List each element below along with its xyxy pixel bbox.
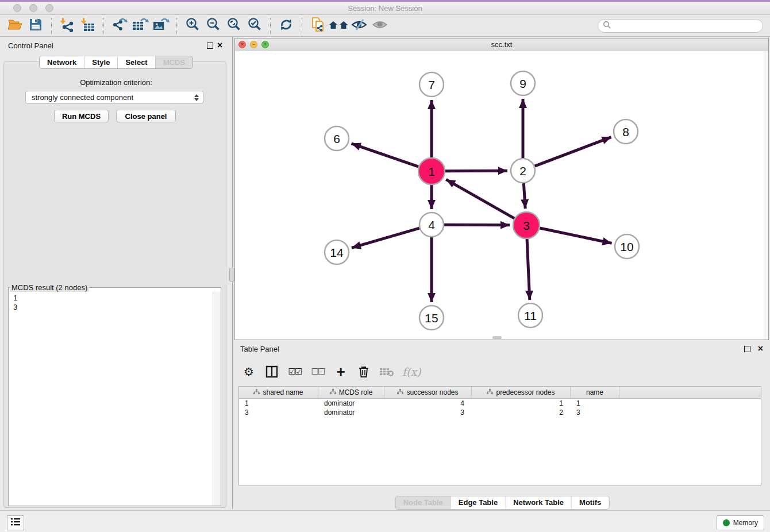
add-column-icon[interactable]: + [333, 364, 348, 379]
node-table[interactable]: shared nameMCDS rolesuccessor nodesprede… [238, 386, 761, 485]
graph-node-10[interactable]: 10 [615, 234, 639, 259]
close-panel-button[interactable]: Close panel [116, 110, 176, 122]
graph-node-7[interactable]: 7 [419, 72, 444, 97]
open-session-button[interactable] [5, 17, 25, 35]
float-panel-icon[interactable] [207, 43, 213, 49]
graph-edge-1-6[interactable] [352, 144, 419, 167]
first-neighbors-button[interactable] [328, 17, 349, 35]
export-image-button[interactable] [151, 17, 171, 35]
zoom-in-button[interactable] [182, 17, 203, 35]
memory-button[interactable]: Memory [717, 515, 764, 530]
graph-edge-3-10[interactable] [540, 228, 611, 243]
cell-successor-nodes[interactable]: 3 [384, 408, 472, 417]
trash-icon[interactable] [356, 364, 371, 379]
run-mcds-button[interactable]: Run MCDS [54, 110, 109, 122]
tab-mcds[interactable]: MCDS [155, 56, 192, 68]
graph-node-8[interactable]: 8 [614, 119, 638, 144]
graph-edge-4-3[interactable] [444, 225, 510, 225]
canvas-scroll-nub[interactable] [492, 336, 502, 339]
graph-node-6[interactable]: 6 [325, 126, 349, 151]
close-panel-icon[interactable]: × [217, 41, 222, 49]
export-network-button[interactable] [109, 17, 130, 35]
tab-network-table[interactable]: Network Table [505, 496, 571, 509]
cell-mcds-role[interactable]: dominator [318, 399, 384, 408]
column-header-name[interactable]: name [571, 387, 619, 398]
export-table-icon [132, 17, 149, 34]
graph-node-1[interactable]: 1 [418, 158, 445, 184]
tab-network[interactable]: Network [40, 56, 84, 68]
toolbar-separator [176, 18, 177, 34]
graph-node-2[interactable]: 2 [511, 159, 535, 183]
graph-node-3[interactable]: 3 [513, 212, 540, 238]
graph-node-11[interactable]: 11 [518, 303, 542, 327]
select-checks-icon[interactable]: ☑☑ [287, 364, 302, 379]
column-header-label: predecessor nodes [496, 388, 555, 396]
close-table-panel-icon[interactable]: × [758, 345, 763, 353]
panel-splitter-handle[interactable] [229, 268, 234, 282]
import-table-icon [80, 17, 95, 34]
duplicate-network-button[interactable] [307, 17, 328, 35]
network-canvas[interactable]: 1234678910111415 [235, 51, 768, 340]
search-input[interactable] [614, 21, 758, 31]
search-field[interactable] [598, 19, 763, 33]
zoom-fit-button[interactable] [224, 17, 244, 35]
table-header-row: shared nameMCDS rolesuccessor nodesprede… [239, 387, 761, 399]
graph-edge-1-2[interactable] [445, 171, 507, 171]
column-header-predecessor-nodes[interactable]: predecessor nodes [472, 387, 571, 398]
network-window-titlebar[interactable]: × − + scc.txt [235, 38, 768, 52]
tab-select[interactable]: Select [117, 56, 155, 68]
float-table-panel-icon[interactable] [744, 346, 750, 352]
refresh-button[interactable] [276, 17, 297, 35]
column-header-successor-nodes[interactable]: successor nodes [384, 387, 472, 398]
hide-selected-button[interactable] [349, 17, 369, 35]
graph-edge-4-14[interactable] [352, 228, 419, 248]
graph-edge-3-1[interactable] [446, 179, 514, 218]
graph-node-4[interactable]: 4 [419, 213, 444, 237]
tab-edge-table[interactable]: Edge Table [451, 496, 505, 509]
graph-node-9[interactable]: 9 [511, 71, 535, 95]
table-row[interactable]: 1dominator411 [239, 399, 761, 408]
tab-motifs[interactable]: Motifs [571, 496, 609, 509]
network-graph[interactable]: 1234678910111415 [235, 51, 768, 340]
cell-name[interactable]: 1 [571, 399, 619, 408]
memory-status-icon [723, 519, 730, 526]
export-table-button[interactable] [130, 17, 151, 35]
graph-edge-3-11[interactable] [527, 239, 530, 300]
graph-edge-2-8[interactable] [535, 137, 611, 167]
cell-predecessor-nodes[interactable]: 2 [472, 408, 571, 417]
graph-node-14[interactable]: 14 [325, 240, 349, 264]
tab-node-table[interactable]: Node Table [396, 496, 451, 509]
svg-text:4: 4 [428, 218, 435, 232]
graph-edge-2-3[interactable] [523, 183, 525, 209]
column-header-shared-name[interactable]: shared name [239, 387, 318, 398]
toolbar-separator [103, 18, 104, 34]
save-session-button[interactable] [25, 17, 46, 35]
zoom-selected-button[interactable] [244, 17, 265, 35]
mcds-result-item: 1 [13, 294, 209, 303]
split-columns-icon[interactable] [264, 364, 279, 379]
cell-predecessor-nodes[interactable]: 1 [472, 399, 571, 408]
graph-node-15[interactable]: 15 [419, 306, 444, 330]
column-header-label: successor nodes [406, 388, 458, 396]
cell-mcds-role[interactable]: dominator [318, 408, 384, 417]
task-history-button[interactable] [7, 515, 24, 530]
cell-shared-name[interactable]: 1 [239, 399, 318, 408]
import-table-button[interactable] [78, 17, 98, 35]
cell-shared-name[interactable]: 3 [239, 408, 318, 417]
result-scrollbar[interactable] [213, 292, 221, 506]
import-network-button[interactable] [57, 17, 78, 35]
column-header-mcds-role[interactable]: MCDS role [318, 387, 384, 398]
zoom-out-button[interactable] [203, 17, 224, 35]
table-row[interactable]: 3dominator323 [239, 408, 761, 417]
houses-icon [329, 18, 348, 34]
show-all-button[interactable] [369, 17, 390, 35]
svg-text:8: 8 [622, 125, 629, 138]
criterion-dropdown[interactable]: strongly connected component [25, 91, 203, 104]
cell-successor-nodes[interactable]: 4 [384, 399, 472, 408]
gear-icon[interactable]: ⚙ [241, 364, 256, 379]
deselect-checks-icon[interactable]: ☐☐ [310, 364, 325, 379]
mcds-result-list: 13 [9, 292, 213, 506]
network-vertical-scrollbar[interactable] [764, 51, 768, 340]
tab-style[interactable]: Style [84, 56, 117, 68]
cell-name[interactable]: 3 [571, 408, 619, 417]
